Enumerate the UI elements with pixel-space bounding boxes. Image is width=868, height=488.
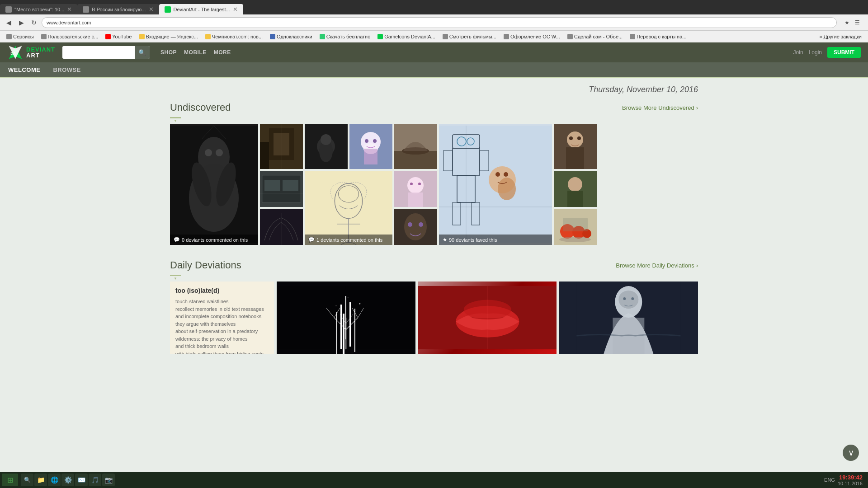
thumb-u3[interactable] bbox=[305, 124, 348, 169]
bookmark-ok[interactable]: Одноклассники bbox=[267, 33, 315, 40]
bookmark-gamelcons[interactable]: Gamelcons DeviantA... bbox=[375, 33, 438, 40]
undiscovered-section: Undiscovered Browse More Undiscovered › bbox=[170, 102, 698, 245]
app2-icon: 📷 bbox=[105, 476, 113, 483]
thumb-u6[interactable]: ★ 90 deviants faved this bbox=[439, 124, 552, 245]
menu-icon[interactable]: ☰ bbox=[853, 18, 862, 27]
login-link[interactable]: Login bbox=[809, 49, 822, 56]
bm-favicon-champ bbox=[205, 34, 211, 39]
bookmarks-more[interactable]: » Другие закладки bbox=[817, 33, 864, 40]
thumb-u7[interactable] bbox=[554, 124, 597, 169]
tab-close-3[interactable]: ✕ bbox=[233, 6, 238, 13]
da-website: DA DEVIANT ART 🔍 SHOP MOBILE MORE Join L… bbox=[0, 42, 868, 488]
taskbar-icon-search[interactable]: 🔍 bbox=[21, 474, 33, 486]
star-icon[interactable]: ★ bbox=[842, 18, 851, 27]
da-nav-mobile[interactable]: MOBILE bbox=[184, 49, 207, 56]
taskbar-icon-mail[interactable]: ✉️ bbox=[75, 474, 88, 486]
browse-more-daily[interactable]: Browse More Daily Deviations › bbox=[616, 262, 698, 269]
art-u3 bbox=[305, 124, 348, 169]
browser-tab-2[interactable]: В России заблокирую... ✕ bbox=[77, 4, 159, 14]
thumb-u10[interactable] bbox=[394, 171, 437, 207]
taskbar-icon-settings[interactable]: ⚙️ bbox=[61, 474, 74, 486]
start-button[interactable]: ⊞ bbox=[2, 474, 18, 486]
bm-label-transfer: Перевод с карты на... bbox=[637, 34, 686, 39]
daily-image-2[interactable] bbox=[418, 282, 557, 354]
browse-more-daily-label: Browse More Daily Deviations bbox=[616, 262, 694, 269]
nav-welcome[interactable]: WELCOME bbox=[7, 63, 41, 78]
url-display: www.deviantart.com bbox=[47, 20, 91, 25]
thumb-u1-comment: 0 deviants commented on this bbox=[182, 237, 248, 243]
svg-point-9 bbox=[216, 149, 223, 156]
back-button[interactable]: ◀ bbox=[4, 18, 14, 28]
thumb-u1-stat: 💬 0 deviants commented on this bbox=[170, 235, 258, 245]
svg-point-67 bbox=[568, 177, 582, 192]
art-u13 bbox=[394, 209, 437, 245]
da-search-button[interactable]: 🔍 bbox=[135, 46, 150, 59]
taskbar-icon-browser[interactable]: 🌐 bbox=[48, 474, 61, 486]
bookmark-services[interactable]: Сервисы bbox=[4, 33, 37, 40]
da-date: Thursday, November 10, 2016 bbox=[170, 85, 698, 94]
forward-button[interactable]: ▶ bbox=[16, 18, 26, 28]
bookmark-free[interactable]: Скачать бесплатно bbox=[317, 33, 373, 40]
taskbar-icon-app2[interactable]: 📷 bbox=[102, 474, 115, 486]
thumb-u2[interactable] bbox=[260, 124, 303, 169]
tab-close-1[interactable]: ✕ bbox=[67, 6, 72, 13]
undiscovered-grid: 💬 0 deviants commented on this bbox=[170, 124, 698, 245]
daily-poem-title: too (iso)late(d) bbox=[175, 287, 269, 294]
svg-rect-80 bbox=[563, 218, 588, 231]
scroll-down-button[interactable]: ∨ bbox=[843, 445, 859, 461]
da-nav-shop[interactable]: SHOP bbox=[160, 49, 177, 56]
bm-favicon-yandex bbox=[139, 34, 145, 39]
address-bar[interactable]: www.deviantart.com bbox=[42, 17, 837, 28]
art-u8 bbox=[260, 171, 303, 207]
da-search-input[interactable] bbox=[62, 49, 135, 56]
thumb-u1[interactable]: 💬 0 deviants commented on this bbox=[170, 124, 258, 245]
browse-more-daily-arrow-icon: › bbox=[696, 262, 698, 269]
da-navbar: WELCOME BROWSE bbox=[0, 62, 868, 78]
tab-close-2[interactable]: ✕ bbox=[149, 6, 154, 13]
clock-time: 19:39:42 bbox=[838, 474, 863, 481]
svg-rect-24 bbox=[364, 149, 377, 164]
thumb-u5[interactable] bbox=[394, 124, 437, 169]
bookmark-champ[interactable]: Чемпионат.com: нов... bbox=[203, 33, 265, 40]
bookmark-user[interactable]: Пользовательские с... bbox=[38, 33, 101, 40]
bm-label-os: Оформление ОС W... bbox=[510, 34, 560, 39]
reload-button[interactable]: ↻ bbox=[29, 18, 39, 28]
bm-label-yandex: Входящие — Яндекс... bbox=[146, 34, 198, 39]
submit-button[interactable]: SUBMIT bbox=[827, 47, 861, 58]
thumb-u9[interactable]: 💬 1 deviants commented on this bbox=[305, 171, 392, 245]
nav-browse[interactable]: BROWSE bbox=[52, 63, 82, 77]
da-logo[interactable]: DA DEVIANT ART bbox=[7, 44, 55, 61]
thumb-u11[interactable] bbox=[554, 171, 597, 207]
daily-text-card[interactable]: too (iso)late(d) touch-starved waistline… bbox=[170, 282, 274, 354]
daily-image-1[interactable] bbox=[277, 282, 415, 354]
daily-deviations-header: Daily Deviations Browse More Daily Devia… bbox=[170, 259, 698, 271]
taskbar-icon-app1[interactable]: 🎵 bbox=[89, 474, 101, 486]
thumb-u14[interactable] bbox=[554, 209, 597, 245]
undiscovered-title: Undiscovered bbox=[170, 102, 231, 113]
browser-icon: 🌐 bbox=[51, 476, 58, 483]
bm-favicon-youtube bbox=[105, 34, 111, 39]
thumb-u12[interactable] bbox=[260, 209, 303, 245]
thumb-u8[interactable] bbox=[260, 171, 303, 207]
da-top-nav: SHOP MOBILE MORE bbox=[160, 49, 231, 56]
art-u4 bbox=[349, 124, 392, 169]
art-dd2 bbox=[418, 282, 557, 354]
thumb-u13[interactable] bbox=[394, 209, 437, 245]
da-nav-more[interactable]: MORE bbox=[214, 49, 231, 56]
browser-tab-1[interactable]: "Место встречи": 10... ✕ bbox=[0, 4, 77, 14]
bookmark-movies[interactable]: Смотреть фильмы... bbox=[440, 33, 499, 40]
art-u11 bbox=[554, 171, 597, 207]
taskbar-icon-files[interactable]: 📁 bbox=[34, 474, 47, 486]
browse-more-undiscovered[interactable]: Browse More Undiscovered › bbox=[622, 104, 698, 111]
join-link[interactable]: Join bbox=[793, 49, 803, 56]
bookmark-os[interactable]: Оформление ОС W... bbox=[501, 33, 563, 40]
bookmark-yandex[interactable]: Входящие — Яндекс... bbox=[137, 33, 201, 40]
bookmark-youtube[interactable]: YouTube bbox=[103, 33, 134, 40]
svg-point-47 bbox=[567, 131, 583, 148]
svg-point-65 bbox=[418, 183, 421, 185]
daily-image-3[interactable] bbox=[559, 282, 698, 354]
bookmark-transfer[interactable]: Перевод с карты на... bbox=[627, 33, 689, 40]
bookmark-diy[interactable]: Сделай сам - Объе... bbox=[565, 33, 625, 40]
thumb-u4[interactable] bbox=[349, 124, 392, 169]
browser-tab-3[interactable]: DeviantArt - The largest... ✕ bbox=[159, 4, 243, 14]
